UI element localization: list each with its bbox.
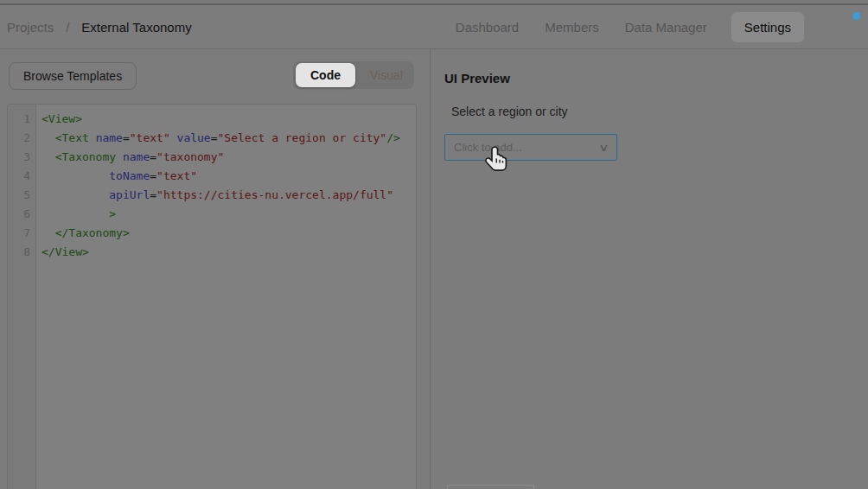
breadcrumb: Projects / External Taxonomy [7,5,192,48]
code-line-content: <Text name="text" value="Select a region… [35,129,400,148]
code-line[interactable]: 6 > [8,205,416,224]
notification-dot [852,12,860,20]
breadcrumb-separator: / [66,20,69,35]
preview-title: UI Preview [444,71,510,86]
line-number: 6 [8,205,35,224]
nav-link-dashboard[interactable]: Dashboard [454,13,520,41]
taxonomy-dropdown-placeholder: Click to add... [454,141,600,154]
code-line-content: <View> [35,110,82,129]
labeling-config-code-editor[interactable]: 1<View>2 <Text name="text" value="Select… [7,104,417,489]
line-number: 3 [8,148,35,167]
browse-templates-button[interactable]: Browse Templates [9,62,137,90]
line-number: 2 [8,129,35,148]
code-line-content: <Taxonomy name="taxonomy" [35,148,224,167]
code-visual-toggle: Code Visual [293,61,414,89]
ui-preview-panel: UI Preview Select a region or city Click… [430,49,868,489]
preview-prompt-text: Select a region or city [451,105,568,118]
code-line[interactable]: 1<View> [8,110,416,129]
top-navbar: Projects / External Taxonomy Dashboard M… [0,5,868,49]
app-window: Projects / External Taxonomy Dashboard M… [0,0,868,489]
code-line-content: </Taxonomy> [35,224,130,243]
taxonomy-dropdown[interactable]: Click to add... ∨ [444,134,617,161]
code-line-content: </View> [35,243,89,262]
code-lines: 1<View>2 <Text name="text" value="Select… [8,105,416,262]
partial-element-below-fold [447,485,534,489]
code-line[interactable]: 7 </Taxonomy> [8,224,416,243]
code-line[interactable]: 8</View> [8,243,416,262]
nav-links: Dashboard Members Data Manager Settings [454,5,859,48]
code-line-content: apiUrl="https://cities-nu.vercel.app/ful… [35,186,393,205]
nav-link-members[interactable]: Members [543,13,601,41]
line-number: 5 [8,186,35,205]
line-number: 1 [8,110,35,129]
code-line-content: > [35,205,116,224]
breadcrumb-current-project: External Taxonomy [81,20,191,35]
toggle-visual-tab[interactable]: Visual [358,63,415,87]
line-number: 8 [8,243,35,262]
chevron-down-icon: ∨ [598,142,609,154]
toggle-code-tab[interactable]: Code [296,63,355,87]
code-line[interactable]: 2 <Text name="text" value="Select a regi… [8,129,416,148]
user-avatar[interactable] [833,14,859,40]
line-number: 4 [8,167,35,186]
code-line[interactable]: 5 apiUrl="https://cities-nu.vercel.app/f… [8,186,416,205]
nav-link-data-manager[interactable]: Data Manager [623,13,709,41]
code-line[interactable]: 4 toName="text" [8,167,416,186]
code-line[interactable]: 3 <Taxonomy name="taxonomy" [8,148,416,167]
line-number: 7 [8,224,35,243]
nav-link-settings[interactable]: Settings [731,12,804,42]
breadcrumb-projects[interactable]: Projects [7,20,54,35]
code-line-content: toName="text" [35,167,197,186]
